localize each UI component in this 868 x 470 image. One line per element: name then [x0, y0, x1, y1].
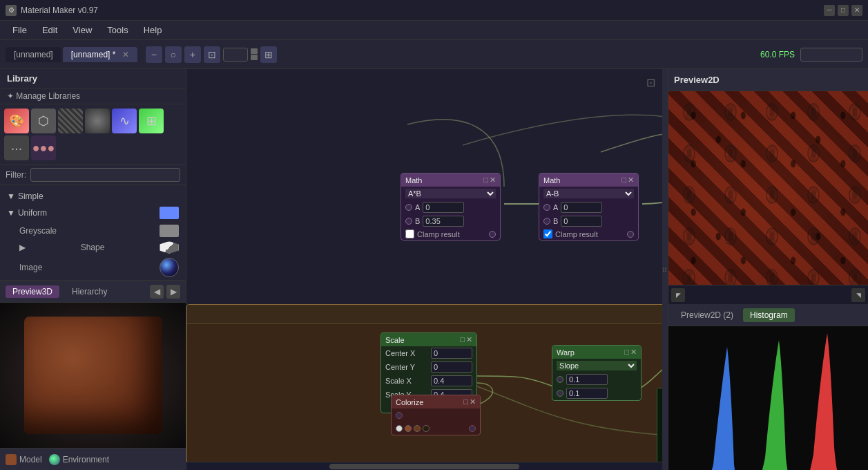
canvas-resize-handle[interactable]: ⊡: [646, 76, 655, 89]
node-colorize-min[interactable]: □: [463, 397, 468, 406]
node-warp-input1[interactable]: [566, 374, 608, 385]
colorize-grad-handle2[interactable]: [405, 425, 412, 432]
lib-icon-3[interactable]: [85, 109, 110, 133]
node-math1-close[interactable]: ✕: [490, 176, 496, 185]
node-scale-close[interactable]: ✕: [466, 335, 472, 344]
node-math1-input-a[interactable]: [423, 202, 464, 213]
menu-edit[interactable]: Edit: [35, 24, 64, 37]
preview2d-corner-tr[interactable]: ◥: [851, 288, 865, 302]
app-title: Material Maker v0.97: [21, 6, 824, 15]
colorize-grad-handle3[interactable]: [414, 425, 421, 432]
node-math2-port-a[interactable]: [543, 204, 550, 211]
section-simple-header[interactable]: ▼ Simple: [0, 189, 186, 203]
lib-icon-2[interactable]: [58, 109, 83, 133]
minimize-button[interactable]: ─: [824, 5, 835, 16]
preview3d-content[interactable]: [0, 303, 186, 448]
nav-prev-button[interactable]: ◀: [150, 285, 164, 299]
tree-item-shape[interactable]: ▶ Shape: [0, 239, 186, 256]
tab-close-button[interactable]: ✕: [122, 50, 129, 59]
subsection-uniform-header[interactable]: ▼ Uniform: [0, 205, 186, 221]
tab-histogram[interactable]: Histogram: [743, 308, 795, 322]
node-math2-clamp-row: Clamp result: [539, 228, 638, 240]
menu-file[interactable]: File: [6, 24, 34, 37]
model-button[interactable]: Model: [6, 454, 42, 465]
tab-preview2d-2[interactable]: Preview2D (2): [674, 308, 740, 322]
node-colorize-port-in[interactable]: [396, 412, 403, 419]
preview2d-content[interactable]: [668, 91, 868, 285]
manage-libraries-button[interactable]: ✦ Manage Libraries: [0, 88, 186, 104]
node-math1-out-port[interactable]: [489, 231, 496, 238]
maximize-button[interactable]: □: [838, 5, 849, 16]
environment-button[interactable]: Environment: [49, 454, 109, 465]
lib-icon-4[interactable]: ∿: [112, 109, 137, 133]
node-colorize-controls: □ ✕: [463, 397, 476, 406]
node-math2-input-b[interactable]: [561, 216, 602, 227]
top-bar: [unnamed] [unnamed] * ✕ − ○ + ⊡ 20 ⊞ 60.…: [0, 40, 868, 69]
zoom-down-arrow[interactable]: [251, 55, 258, 60]
node-math1-clamp-checkbox[interactable]: [405, 229, 414, 238]
zoom-out-button[interactable]: −: [146, 46, 162, 63]
node-math2-clamp-checkbox[interactable]: [543, 229, 552, 238]
node-scale-centery-row: Center Y: [381, 360, 476, 374]
node-warp-close[interactable]: ✕: [630, 348, 637, 357]
zoom-in-button[interactable]: +: [184, 46, 201, 63]
node-scale-centerx-input[interactable]: [431, 348, 472, 359]
menu-help[interactable]: Help: [137, 24, 169, 37]
node-warp-port-in1[interactable]: [557, 376, 563, 383]
title-bar: ⚙ Material Maker v0.97 ─ □ ✕: [0, 0, 868, 21]
node-math2-min[interactable]: □: [621, 176, 626, 185]
node-colorize-close[interactable]: ✕: [470, 397, 476, 406]
resize-handle[interactable]: ⠿: [662, 69, 668, 470]
subgraph-panel[interactable]: ● ✕ Scale □ ✕: [186, 304, 662, 470]
preview2d-corner-tl[interactable]: ◤: [671, 288, 685, 302]
colorize-grad-handle1[interactable]: [396, 425, 403, 432]
filter-input[interactable]: [30, 168, 180, 182]
scrollbar-thumb[interactable]: [329, 464, 520, 469]
node-math1-port-a[interactable]: [405, 204, 412, 211]
node-math1-min[interactable]: □: [483, 176, 488, 185]
node-warp-op-select[interactable]: Slope: [557, 361, 637, 370]
node-math2-input-a[interactable]: [561, 202, 602, 213]
node-math2-close[interactable]: ✕: [628, 176, 634, 185]
preview3d-panel: Preview3D Hierarchy ◀ ▶ Model: [0, 280, 186, 470]
zoom-reset-button[interactable]: ○: [165, 46, 182, 63]
lib-icon-1[interactable]: ⬡: [31, 109, 56, 133]
zoom-input[interactable]: 20: [223, 48, 248, 62]
tree-item-greyscale[interactable]: Greyscale: [0, 223, 186, 239]
tab-unnamed-active[interactable]: [unnamed] * ✕: [63, 47, 137, 62]
menu-tools[interactable]: Tools: [100, 24, 135, 37]
node-warp-input2[interactable]: [566, 388, 608, 399]
tree-item-image[interactable]: Image: [0, 256, 186, 279]
node-scale-scalex-input[interactable]: [431, 375, 472, 386]
tab-hierarchy[interactable]: Hierarchy: [65, 285, 114, 298]
node-colorize-out-port[interactable]: [469, 425, 476, 432]
tab-preview3d[interactable]: Preview3D: [6, 285, 59, 298]
node-warp-port-in2[interactable]: [557, 390, 563, 397]
window-controls: ─ □ ✕: [824, 5, 862, 16]
tab-unnamed-inactive[interactable]: [unnamed]: [6, 47, 61, 62]
lib-icon-6[interactable]: ···: [4, 135, 29, 160]
node-math2-out-port[interactable]: [627, 231, 634, 238]
node-scale-min[interactable]: □: [460, 335, 465, 344]
lib-icon-5[interactable]: ⊞: [139, 109, 164, 133]
canvas-area[interactable]: Math □ ✕ A*B A B: [186, 69, 662, 470]
node-warp-min[interactable]: □: [624, 348, 629, 357]
colorize-grad-handle4[interactable]: [423, 425, 430, 432]
node-scale-centery-input[interactable]: [431, 361, 472, 373]
node-math2-port-b[interactable]: [543, 218, 550, 225]
menu-bar: File Edit View Tools Help: [0, 21, 868, 40]
lib-icon-more[interactable]: ●●●: [31, 135, 56, 160]
node-math1-port-b[interactable]: [405, 218, 412, 225]
zoom-fit-button[interactable]: ⊡: [204, 46, 220, 63]
nav-next-button[interactable]: ▶: [166, 285, 180, 299]
grid-toggle-button[interactable]: ⊞: [260, 46, 277, 63]
lib-icon-0[interactable]: 🎨: [4, 109, 29, 133]
node-math1-op-select[interactable]: A*B: [405, 189, 496, 198]
node-colorize-header: Colorize □ ✕: [392, 395, 480, 408]
menu-view[interactable]: View: [66, 24, 99, 37]
close-button[interactable]: ✕: [851, 5, 862, 16]
node-math1-input-b[interactable]: [423, 216, 464, 227]
node-math2-op-select[interactable]: A-B: [543, 189, 634, 198]
canvas-scrollbar[interactable]: [186, 462, 662, 470]
zoom-up-arrow[interactable]: [251, 48, 258, 54]
